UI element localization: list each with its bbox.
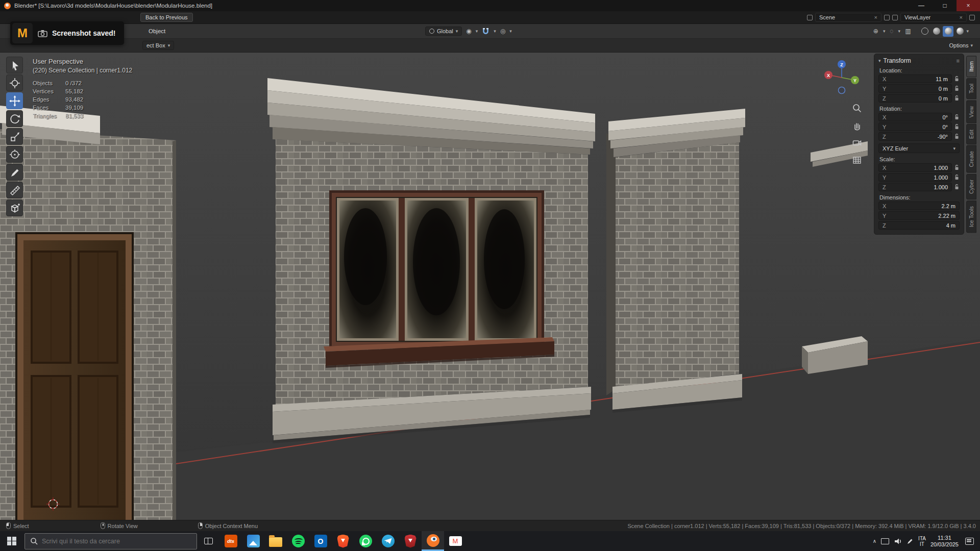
snap-magnet-icon[interactable] xyxy=(482,28,489,35)
start-button[interactable] xyxy=(0,531,23,551)
location-z-field[interactable]: Z0 m xyxy=(878,94,952,103)
transform-orientation-dropdown[interactable]: Global ▾ xyxy=(425,27,462,36)
gizmo-neg-z-axis[interactable] xyxy=(839,87,845,94)
lock-icon[interactable] xyxy=(954,114,960,120)
action-center-icon[interactable] xyxy=(965,538,974,545)
display-tray-icon[interactable] xyxy=(881,538,889,544)
chevron-down-icon[interactable]: ▾ xyxy=(476,29,478,34)
3d-viewport[interactable]: User Perspective (220) Scene Collection … xyxy=(0,53,980,520)
proportional-edit-icon[interactable]: ◎ xyxy=(500,28,505,35)
rotation-x-field[interactable]: X0° xyxy=(878,113,952,121)
search-input[interactable] xyxy=(42,538,180,545)
taskbar-app-dts[interactable]: dts xyxy=(219,531,242,551)
tab-view[interactable]: View xyxy=(966,101,976,123)
door[interactable] xyxy=(15,232,134,520)
taskbar-app-brave-beta[interactable] xyxy=(399,531,422,551)
lock-icon[interactable] xyxy=(954,133,960,140)
chevron-down-icon[interactable]: ▾ xyxy=(966,29,969,34)
chevron-down-icon[interactable]: ▾ xyxy=(898,29,901,34)
tab-item[interactable]: Item xyxy=(966,56,976,77)
window[interactable] xyxy=(324,190,554,368)
gizmo-x-axis[interactable]: X xyxy=(827,73,830,78)
tab-cyber[interactable]: Cyber xyxy=(966,174,976,199)
panel-menu-icon[interactable]: ≡ xyxy=(957,58,960,64)
pen-tray-icon[interactable] xyxy=(906,538,914,545)
taskbar-app-brave[interactable] xyxy=(332,531,354,551)
new-scene-icon[interactable] xyxy=(884,15,890,20)
tool-tweak-select[interactable] xyxy=(6,57,23,73)
minimize-button[interactable]: — xyxy=(910,0,933,11)
wall-right[interactable] xyxy=(606,109,745,413)
back-to-previous-button[interactable]: Back to Previous xyxy=(140,13,193,22)
tool-annotate[interactable] xyxy=(6,164,23,181)
show-gizmo-icon[interactable]: ⊕ xyxy=(873,28,878,35)
rotation-mode-dropdown[interactable]: XYZ Euler ▾ xyxy=(878,143,960,153)
lock-icon[interactable] xyxy=(954,164,960,171)
tab-create[interactable]: Create xyxy=(966,145,976,173)
new-view-layer-icon[interactable] xyxy=(969,15,975,20)
lock-icon[interactable] xyxy=(954,184,960,190)
rotation-y-field[interactable]: Y0° xyxy=(878,122,952,131)
camera-view-icon[interactable] xyxy=(850,136,864,149)
object-menu[interactable]: Object xyxy=(144,28,169,34)
taskbar-app-whatsapp[interactable] xyxy=(354,531,377,551)
dimension-z-field[interactable]: Z4 m xyxy=(878,221,960,230)
tool-measure[interactable] xyxy=(6,182,23,198)
rotation-z-field[interactable]: Z-90° xyxy=(878,132,952,141)
navigation-gizmo[interactable]: Z X Y xyxy=(823,59,861,98)
pivot-point-icon[interactable]: ◉ xyxy=(466,28,471,35)
tool-cursor[interactable] xyxy=(6,74,23,91)
tool-transform[interactable] xyxy=(6,146,23,163)
taskbar-app-photos[interactable] xyxy=(242,531,264,551)
task-view-button[interactable] xyxy=(197,531,219,551)
shading-solid-button[interactable] xyxy=(931,26,942,37)
shading-material-button[interactable] xyxy=(943,26,953,37)
browse-scene-icon[interactable] xyxy=(807,15,813,20)
collapse-panel-icon[interactable]: ▾ xyxy=(878,58,881,63)
maximize-button[interactable]: □ xyxy=(933,0,957,11)
unlink-scene-icon[interactable]: × xyxy=(874,14,877,20)
scene-selector[interactable]: Scene × xyxy=(815,13,881,22)
remove-view-layer-icon[interactable]: × xyxy=(960,14,963,20)
tool-scale[interactable] xyxy=(6,128,23,145)
dimension-x-field[interactable]: X2.2 m xyxy=(878,202,960,210)
tool-add-cube[interactable] xyxy=(6,199,23,216)
taskbar-app-blender[interactable] xyxy=(422,531,444,551)
chevron-down-icon[interactable]: ▾ xyxy=(509,29,512,34)
location-x-field[interactable]: X11 m xyxy=(878,74,952,83)
taskbar-app-gmail[interactable]: M xyxy=(444,531,467,551)
scale-x-field[interactable]: X1.000 xyxy=(878,163,952,172)
zoom-icon[interactable] xyxy=(850,102,864,115)
scale-z-field[interactable]: Z1.000 xyxy=(878,183,952,191)
screenshot-toast[interactable]: M Screenshot saved! xyxy=(10,21,124,45)
scale-y-field[interactable]: Y1.000 xyxy=(878,173,952,182)
hidden-icons-chevron[interactable]: ∧ xyxy=(873,538,876,544)
gizmo-y-axis[interactable]: Y xyxy=(853,78,856,83)
tab-tool[interactable]: Tool xyxy=(966,78,976,99)
scene-render[interactable] xyxy=(0,53,980,520)
tab-ice-tools[interactable]: Ice Tools xyxy=(966,201,976,233)
taskbar-search[interactable] xyxy=(24,533,197,549)
taskbar-app-spotify[interactable] xyxy=(287,531,309,551)
close-button[interactable]: × xyxy=(957,0,980,11)
taskbar-app-telegram[interactable] xyxy=(377,531,399,551)
taskbar-app-file-explorer[interactable] xyxy=(264,531,287,551)
tab-edit[interactable]: Edit xyxy=(966,124,976,144)
shading-rendered-button[interactable] xyxy=(954,26,965,37)
lock-icon[interactable] xyxy=(954,123,960,130)
lock-icon[interactable] xyxy=(954,95,960,102)
volume-icon[interactable] xyxy=(894,538,902,545)
active-tool-dropdown[interactable]: ect Box ▾ xyxy=(142,41,174,50)
lock-icon[interactable] xyxy=(954,174,960,181)
dimension-y-field[interactable]: Y2.22 m xyxy=(878,211,960,220)
toggle-ortho-grid-icon[interactable] xyxy=(850,154,864,167)
lock-icon[interactable] xyxy=(954,85,960,92)
tool-move[interactable] xyxy=(6,92,23,109)
tool-rotate[interactable] xyxy=(6,110,23,127)
taskbar-app-outlook[interactable]: O xyxy=(309,531,332,551)
view-layer-selector[interactable]: ViewLayer × xyxy=(900,13,967,22)
pan-hand-icon[interactable] xyxy=(850,119,864,132)
language-indicator[interactable]: ITA IT xyxy=(918,536,926,547)
location-y-field[interactable]: Y0 m xyxy=(878,84,952,93)
toggle-xray-icon[interactable]: ▥ xyxy=(905,28,911,35)
